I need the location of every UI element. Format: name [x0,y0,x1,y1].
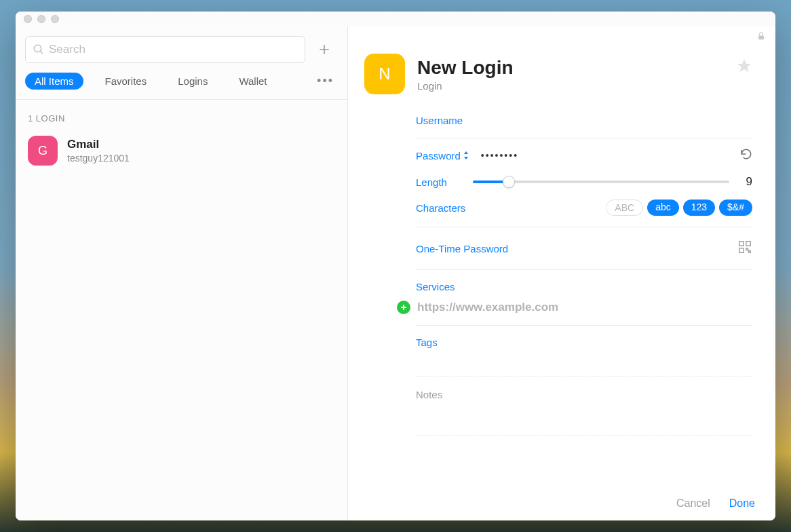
detail-subtitle: Login [417,80,514,92]
cancel-button[interactable]: Cancel [676,497,710,510]
svg-rect-4 [758,35,764,39]
item-avatar: G [28,136,58,166]
item-title: Gmail [67,138,130,151]
regenerate-button[interactable] [740,148,752,163]
svg-rect-10 [739,248,744,252]
svg-marker-7 [464,157,468,159]
tab-all-items[interactable]: All Items [25,73,83,90]
svg-point-0 [34,45,41,52]
lock-icon[interactable] [756,31,766,44]
detail-avatar: N [364,54,405,94]
add-service-button[interactable] [397,301,410,314]
svg-rect-8 [739,242,744,246]
otp-label[interactable]: One-Time Password [416,243,508,254]
refresh-icon [740,148,752,160]
minimize-traffic-light[interactable] [37,15,45,23]
password-label[interactable]: Password [416,150,469,162]
close-traffic-light[interactable] [24,15,32,23]
seg-uppercase[interactable]: ABC [606,200,643,216]
plus-icon [400,304,407,311]
svg-marker-5 [737,59,751,72]
footer: Cancel Done [348,487,775,520]
username-label[interactable]: Username [416,115,463,126]
item-subtitle: testguy121001 [67,153,130,164]
service-url-input[interactable]: https://www.example.com [417,301,558,314]
search-box[interactable] [25,36,305,63]
qr-icon [737,240,752,254]
tab-favorites[interactable]: Favorites [96,73,157,90]
seg-numbers[interactable]: 123 [683,200,715,216]
list-item[interactable]: G Gmail testguy121001 [16,129,347,172]
sidebar: All Items Favorites Logins Wallet ••• 1 … [16,26,348,520]
tab-wallet[interactable]: Wallet [229,73,276,90]
svg-rect-12 [749,251,751,253]
detail-title[interactable]: New Login [417,57,514,79]
length-label: Length [416,176,463,188]
category-tabs: All Items Favorites Logins Wallet ••• [16,70,347,100]
section-label: 1 LOGIN [16,100,347,129]
svg-marker-6 [464,151,468,154]
tags-label[interactable]: Tags [416,337,438,348]
seg-symbols[interactable]: $&# [719,200,752,216]
svg-line-1 [40,51,43,54]
more-categories-button[interactable]: ••• [317,74,338,88]
svg-rect-11 [746,248,748,250]
seg-lowercase[interactable]: abc [647,200,679,216]
favorite-star-icon[interactable] [736,58,752,77]
length-slider[interactable] [473,180,729,183]
search-input[interactable] [49,43,298,56]
password-value[interactable]: •••••••• [481,150,518,161]
zoom-traffic-light[interactable] [51,15,59,23]
search-icon [33,43,45,56]
svg-rect-9 [746,242,750,246]
length-value: 9 [739,175,752,189]
tab-logins[interactable]: Logins [168,73,217,90]
services-label: Services [416,281,752,292]
add-button[interactable] [311,36,338,63]
done-button[interactable]: Done [729,497,755,510]
plus-icon [317,43,331,56]
character-set-segmented: ABC abc 123 $&# [606,200,752,216]
notes-label[interactable]: Notes [416,389,442,400]
app-window: All Items Favorites Logins Wallet ••• 1 … [16,12,775,520]
characters-label: Characters [416,202,463,214]
chevron-updown-icon [463,151,469,159]
titlebar [16,12,775,26]
detail-panel: N New Login Login Username Password [348,26,775,520]
qr-button[interactable] [737,240,752,257]
